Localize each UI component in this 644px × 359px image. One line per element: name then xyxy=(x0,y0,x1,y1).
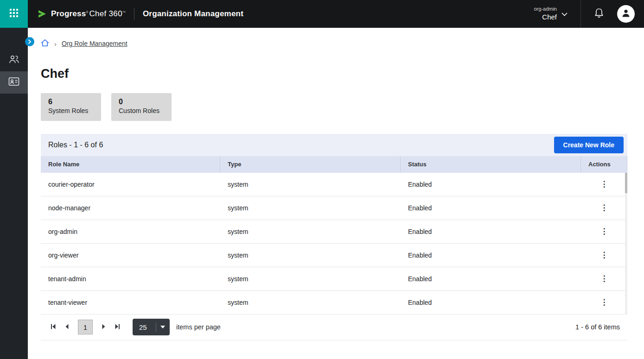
header-divider xyxy=(580,0,581,28)
header-divider xyxy=(134,8,134,20)
role-type-cell: system xyxy=(220,204,401,212)
pagination-bar: 1 25 items per page 1 - 6 of 6 items xyxy=(41,315,627,340)
brand-logo: Progress®Chef 360™ xyxy=(37,9,126,19)
table-row: node-managersystemEnabled⋮ xyxy=(41,196,627,220)
home-icon[interactable] xyxy=(41,39,49,49)
notifications-button[interactable] xyxy=(594,8,604,20)
org-name-label: Chef xyxy=(542,13,557,22)
previous-page-icon xyxy=(64,323,70,331)
row-actions-kebab-button[interactable]: ⋮ xyxy=(598,225,611,238)
role-type-cell: system xyxy=(220,228,401,235)
row-actions-kebab-button[interactable]: ⋮ xyxy=(598,202,611,214)
row-actions-kebab-button[interactable]: ⋮ xyxy=(598,296,611,309)
sidebar-item-users[interactable] xyxy=(0,49,28,71)
breadcrumb-separator: › xyxy=(54,40,57,47)
org-switcher[interactable]: org-admin Chef xyxy=(534,6,567,22)
table-row: tenant-adminsystemEnabled⋮ xyxy=(41,267,627,291)
first-page-button[interactable] xyxy=(46,320,60,334)
breadcrumb: › Org Role Management xyxy=(41,39,644,48)
progress-logo-icon xyxy=(37,9,47,19)
sidebar-item-roles[interactable] xyxy=(0,71,28,94)
role-name-cell: tenant-viewer xyxy=(41,299,220,306)
stat-value: 0 xyxy=(119,97,164,107)
brand-name: Progress xyxy=(51,9,86,19)
page-number-button[interactable]: 1 xyxy=(78,320,93,334)
role-name-cell: org-admin xyxy=(41,228,220,235)
stat-value: 6 xyxy=(48,97,94,107)
waffle-grid-icon xyxy=(9,8,19,19)
items-range-label: 1 - 6 of 6 items xyxy=(575,323,620,331)
user-icon xyxy=(621,8,631,20)
create-new-role-button[interactable]: Create New Role xyxy=(554,137,624,153)
chevron-down-icon xyxy=(160,326,165,328)
role-status-cell: Enabled xyxy=(401,299,581,306)
role-name-cell: courier-operator xyxy=(41,181,220,188)
brand-product: Chef 360 xyxy=(89,9,122,19)
app-launcher-button[interactable] xyxy=(0,0,28,28)
stat-label: Custom Roles xyxy=(119,107,164,115)
role-name-cell: org-viewer xyxy=(41,252,220,259)
user-avatar-button[interactable] xyxy=(617,5,635,23)
org-role-label: org-admin xyxy=(534,6,557,13)
role-status-cell: Enabled xyxy=(401,275,581,283)
brand-trademark: ™ xyxy=(122,11,126,14)
table-row: courier-operatorsystemEnabled⋮ xyxy=(41,173,627,196)
role-status-cell: Enabled xyxy=(401,252,581,259)
users-icon xyxy=(8,54,19,66)
role-name-cell: node-manager xyxy=(41,204,220,212)
stat-card-system-roles: 6 System Roles xyxy=(41,93,101,121)
row-actions-kebab-button[interactable]: ⋮ xyxy=(598,178,611,191)
table-toolbar: Roles - 1 - 6 of 6 Create New Role xyxy=(41,134,627,156)
role-name-cell: tenant-admin xyxy=(41,275,220,283)
role-status-cell: Enabled xyxy=(401,228,581,235)
app-title: Organization Management xyxy=(143,9,243,19)
chevron-right-icon xyxy=(28,38,32,45)
table-row: org-adminsystemEnabled⋮ xyxy=(41,220,627,244)
last-page-icon xyxy=(114,323,121,331)
table-row: org-viewersystemEnabled⋮ xyxy=(41,244,627,267)
bell-icon xyxy=(594,8,604,20)
breadcrumb-link-org-role-management[interactable]: Org Role Management xyxy=(62,40,128,47)
next-page-button[interactable] xyxy=(96,320,110,334)
main-content: › Org Role Management Chef 6 System Role… xyxy=(28,28,644,359)
roles-table: Roles - 1 - 6 of 6 Create New Role Role … xyxy=(41,134,627,340)
left-sidebar xyxy=(0,28,28,359)
stat-card-custom-roles: 0 Custom Roles xyxy=(111,93,172,121)
column-header-status: Status xyxy=(401,156,581,173)
items-per-page-value: 25 xyxy=(139,323,147,331)
page-title: Chef xyxy=(41,67,644,81)
stat-label: System Roles xyxy=(48,107,94,115)
stats-row: 6 System Roles 0 Custom Roles xyxy=(41,93,644,121)
role-type-cell: system xyxy=(220,252,401,259)
brand-registered-mark: ® xyxy=(86,11,88,14)
top-header: Progress®Chef 360™ Organization Manageme… xyxy=(0,0,644,28)
role-type-cell: system xyxy=(220,181,401,188)
role-status-cell: Enabled xyxy=(401,181,581,188)
role-status-cell: Enabled xyxy=(401,204,581,212)
table-scrollbar-thumb[interactable] xyxy=(625,173,627,193)
table-row: tenant-viewersystemEnabled⋮ xyxy=(41,291,627,315)
row-actions-kebab-button[interactable]: ⋮ xyxy=(598,249,611,262)
role-badge-icon xyxy=(8,77,19,88)
sidebar-expand-button[interactable] xyxy=(25,37,34,46)
table-title: Roles - 1 - 6 of 6 xyxy=(48,141,103,149)
column-header-type: Type xyxy=(220,156,401,173)
role-type-cell: system xyxy=(220,275,401,283)
items-per-page-select[interactable]: 25 xyxy=(133,319,170,335)
first-page-icon xyxy=(50,323,57,331)
role-type-cell: system xyxy=(220,299,401,306)
previous-page-button[interactable] xyxy=(60,320,74,334)
next-page-icon xyxy=(100,323,107,331)
roles-table-body: courier-operatorsystemEnabled⋮node-manag… xyxy=(41,173,627,315)
table-header-row: Role Name Type Status Actions xyxy=(41,156,627,173)
chevron-down-icon xyxy=(561,10,567,18)
row-actions-kebab-button[interactable]: ⋮ xyxy=(598,272,611,285)
items-per-page-label: items per page xyxy=(176,323,221,331)
column-header-actions: Actions xyxy=(581,156,627,173)
last-page-button[interactable] xyxy=(110,320,124,334)
column-header-role-name: Role Name xyxy=(41,156,220,173)
table-scrollbar-track[interactable] xyxy=(625,173,627,315)
